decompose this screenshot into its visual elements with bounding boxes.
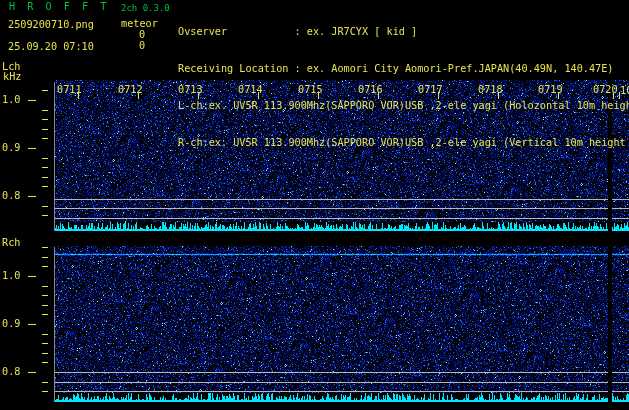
strip-time-label: 10 [620, 85, 629, 97]
hrofft-window: H R O F F T 2ch 0.3.0 2509200710.png met… [0, 0, 629, 410]
lch-setup-line: L-ch:ex. UV5R 113.900Mhz(SAPPORO VOR)USB… [178, 99, 629, 112]
meteor-count-r: 0 [139, 40, 145, 52]
freq-tick-label: 1.0 [2, 270, 20, 282]
time-label: 0714 [238, 84, 263, 96]
time-label: 0718 [478, 84, 503, 96]
freq-tick-label: 1.0 [2, 94, 20, 106]
time-label: 0713 [178, 84, 203, 96]
freq-tick-label: 0.9 [2, 318, 20, 330]
freq-unit-label: kHz [3, 71, 21, 83]
observer-line: Ovserver : ex. JR7CYX [ kid ] [178, 25, 629, 38]
time-label: 0716 [358, 84, 383, 96]
app-title: H R O F F T [9, 1, 109, 13]
location-line: Receiving Location : ex. Aomori City Aom… [178, 62, 629, 75]
freq-tick-label: 0.8 [2, 190, 20, 202]
time-label: 0719 [538, 84, 563, 96]
time-label: 0712 [118, 84, 143, 96]
time-label: 0720 [593, 84, 618, 96]
freq-tick-label: 0.8 [2, 366, 20, 378]
freq-tick-label: 0.9 [2, 142, 20, 154]
time-label: 0715 [298, 84, 323, 96]
capture-datetime: 25.09.20 07:10 [8, 41, 94, 53]
time-label: 0717 [418, 84, 443, 96]
app-version: 2ch 0.3.0 [121, 2, 170, 14]
capture-filename: 2509200710.png [8, 19, 94, 31]
time-label: 0711 [57, 84, 82, 96]
rch-panel-label: Rch [2, 237, 20, 249]
rch-setup-line: R-ch:ex. UV5R 113.900Mhz(SAPPORO VOR)USB… [178, 136, 629, 149]
